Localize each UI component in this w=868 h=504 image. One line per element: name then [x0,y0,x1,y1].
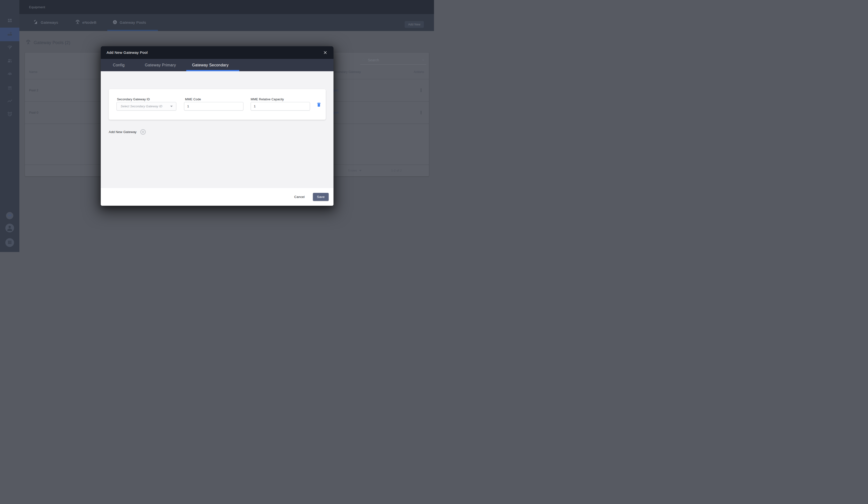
more-vert-icon [419,110,423,115]
mme-code-label: MME Code [185,98,201,101]
sidebar-item-alarms[interactable] [0,109,19,120]
metrics-icon [7,98,13,105]
dialog-header: Add New Gateway Pool [101,46,333,59]
dialog-tabbar: Config Gateway Primary Gateway Secondary [101,59,333,71]
secondary-gateway-id-select[interactable]: Select Secondary Gateway ID [116,102,176,111]
tab-enodeb[interactable]: eNodeB [75,14,96,31]
row-actions-menu-button[interactable] [418,110,424,116]
sidebar-item-dashboard[interactable] [0,16,19,26]
select-placeholder: Select Secondary Gateway ID [121,105,170,108]
sidebar-item-traffic[interactable] [0,83,19,93]
mme-relative-capacity-label: MME Relative Capacity [251,98,284,101]
section-heading-text: Gateway Pools (2) [34,40,70,45]
tab-gateways[interactable]: Gateways [33,14,58,31]
next-page-button[interactable] [405,169,409,173]
dropdown-caret-icon [170,105,173,107]
dialog-tab-gateway-primary[interactable]: Gateway Primary [145,63,176,67]
more-vert-icon [419,88,423,93]
sidebar-item-network-check[interactable] [0,42,19,53]
delete-icon [316,102,322,107]
pagination-range: 1-2 of 2 [391,169,402,172]
dialog-title: Add New Gateway Pool [106,50,148,55]
page-title: Equipment [29,5,45,9]
alarms-icon [7,111,13,118]
add-new-gateway-row: Add New Gateway [109,129,146,135]
last-page-button[interactable] [420,169,424,173]
top-header: Equipment [19,0,434,14]
dialog-footer: Cancel Save [101,188,333,206]
secondary-gateway-form-card: Secondary Gateway ID MME Code MME Relati… [109,89,326,120]
rows-per-page-value: 5 rows [348,169,357,172]
chevron-right-icon [405,169,409,173]
apps-icon [7,240,12,246]
tab-label: Gateways [41,20,58,25]
search-input[interactable] [368,58,419,62]
code-button[interactable] [6,212,13,219]
network-check-icon [7,44,13,51]
sidebar-item-subscribers[interactable] [0,56,19,67]
mme-code-input[interactable] [184,102,244,111]
row-actions-menu-button[interactable] [418,87,424,93]
close-icon [323,51,327,54]
sidebar-item-wifi-tethering[interactable] [0,69,19,80]
last-page-icon [420,169,424,173]
antenna-icon [75,20,80,26]
traffic-icon [7,85,13,92]
clear-search-icon[interactable] [421,58,425,62]
tab-label: Gateway Pools [120,20,146,25]
main-tabbar: Gateways eNodeB Gateway Pools Add New [19,14,434,31]
antenna-icon [25,40,31,46]
account-button[interactable] [5,224,14,232]
equipment-icon [7,31,13,38]
close-dialog-button[interactable] [322,50,328,56]
table-search [360,56,426,65]
column-header-actions: Actions [405,70,429,74]
code-icon [7,213,12,219]
sidebar-item-metrics[interactable] [0,96,19,107]
tab-label: eNodeB [82,20,96,25]
secondary-gateway-id-label: Secondary Gateway ID [117,98,150,101]
first-page-button[interactable] [369,169,373,173]
tab-gateway-pools[interactable]: Gateway Pools [112,14,146,31]
wifi-tethering-icon [7,71,13,78]
sidebar [0,0,19,252]
rows-per-page-select[interactable]: 5 rows [348,169,362,172]
add-gateway-pool-dialog: Add New Gateway Pool Config Gateway Prim… [101,46,333,206]
chevron-left-icon [384,169,388,173]
dialog-body: Secondary Gateway ID MME Code MME Relati… [101,71,333,188]
mme-relative-capacity-input[interactable] [251,102,310,111]
apps-button[interactable] [5,238,14,247]
caret-down-icon [359,170,362,171]
previous-page-button[interactable] [384,169,388,173]
search-icon [362,58,366,62]
sidebar-item-equipment[interactable] [0,28,19,41]
add-new-gateway-label: Add New Gateway [109,130,137,134]
dashboard-icon [7,18,13,24]
app-screen: Equipment Gateways eNodeB Gateway Pools … [0,0,434,252]
column-header-secondary-gateway: Secondary Gateway [332,70,405,74]
subscribers-icon [7,58,13,64]
delete-gateway-row-button[interactable] [316,101,322,108]
section-heading: Gateway Pools (2) [25,40,70,46]
first-page-icon [369,169,373,173]
cancel-button[interactable]: Cancel [292,194,307,200]
dialog-tab-gateway-secondary[interactable]: Gateway Secondary [192,63,229,67]
dialog-tab-config[interactable]: Config [113,63,125,67]
group-work-icon [112,20,117,26]
plus-circle-icon [140,129,146,135]
add-gateway-button[interactable] [140,129,146,135]
account-icon [6,224,14,232]
add-new-button[interactable]: Add New [405,21,424,28]
save-button[interactable]: Save [313,193,329,201]
gateway-tower-icon [33,20,39,26]
